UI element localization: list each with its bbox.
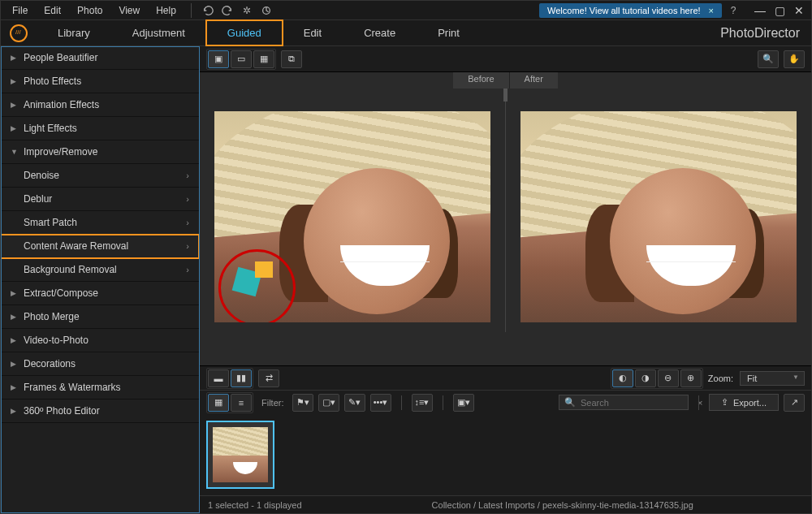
filter-label: Filter: <box>261 398 284 408</box>
tutorial-close-icon[interactable]: × <box>709 6 714 15</box>
tab-after[interactable]: After <box>510 72 558 89</box>
help-icon[interactable]: ? <box>725 2 741 19</box>
tab-adjustment[interactable]: Adjustment <box>111 20 206 45</box>
sidebar-item-extract-compose[interactable]: ▶Extract/Compose <box>1 282 199 305</box>
sidebar-item-animation-effects[interactable]: ▶Animation Effects <box>1 93 199 117</box>
menubar: File Edit Photo View Help ✲ Welcome! Vie… <box>1 1 811 20</box>
compare-mode-4-icon[interactable]: ⊕ <box>680 369 702 387</box>
chevron-right-icon: › <box>186 194 189 204</box>
sidebar-item-video-to-photo[interactable]: ▶Video-to-Photo <box>1 329 199 352</box>
separator <box>443 395 443 410</box>
main-area: ▶People Beautifier ▶Photo Effects ▶Anima… <box>1 46 811 513</box>
tutorial-text: Welcome! View all tutorial videos here! <box>547 6 701 15</box>
layout-single-icon[interactable]: ▬ <box>208 369 229 387</box>
compare-mode-1-icon[interactable]: ◐ <box>612 369 633 387</box>
swap-icon[interactable]: ⇄ <box>258 369 279 387</box>
sidebar-item-photo-merge[interactable]: ▶Photo Merge <box>1 305 199 329</box>
minimize-button[interactable]: — <box>753 4 767 17</box>
main-tabs: Library Adjustment Guided Edit Create Pr… <box>1 20 811 46</box>
sidebar-item-background-removal[interactable]: Background Removal› <box>1 258 199 282</box>
view-single-icon[interactable]: ▣ <box>208 50 229 68</box>
compare-mode-2-icon[interactable]: ◑ <box>635 369 656 387</box>
menu-help[interactable]: Help <box>149 2 183 19</box>
tab-print[interactable]: Print <box>417 20 481 45</box>
search-input[interactable] <box>581 398 693 408</box>
filter-edit-icon[interactable]: ✎▾ <box>344 394 365 412</box>
tutorial-banner[interactable]: Welcome! View all tutorial videos here! … <box>539 3 722 18</box>
filmstrip-toolbar: ▦ ≡ Filter: ⚑▾ ▢▾ ✎▾ •••▾ ↕≡▾ ▣▾ 🔍 × <box>200 390 811 414</box>
tab-create[interactable]: Create <box>343 20 417 45</box>
after-image[interactable] <box>520 111 797 322</box>
tab-guided[interactable]: Guided <box>206 20 283 45</box>
layout-side-by-side-icon[interactable]: ▮▮ <box>231 369 252 387</box>
viewer-bottom-toolbar: ▬ ▮▮ ⇄ ◐ ◑ ⊖ ⊕ Zoom: Fit <box>200 365 811 390</box>
maximize-button[interactable]: ▢ <box>772 4 787 17</box>
sidebar-item-decorations[interactable]: ▶Decorations <box>1 352 199 376</box>
before-image[interactable] <box>214 111 490 322</box>
separator <box>698 395 699 410</box>
view-grid-icon[interactable]: ▦ <box>253 50 274 68</box>
menu-file[interactable]: File <box>6 2 34 19</box>
tab-edit[interactable]: Edit <box>283 20 343 45</box>
redo-icon[interactable] <box>219 2 235 19</box>
sidebar: ▶People Beautifier ▶Photo Effects ▶Anima… <box>1 46 200 513</box>
zoom-label: Zoom: <box>708 374 733 383</box>
filter-label-icon[interactable]: ▢▾ <box>318 394 339 412</box>
view-fit-icon[interactable]: ▭ <box>231 50 252 68</box>
export-icon: ⇪ <box>721 397 728 408</box>
tab-library[interactable]: Library <box>37 20 111 45</box>
separator <box>191 3 192 18</box>
sidebar-item-denoise[interactable]: Denoise› <box>1 164 199 188</box>
window-controls: — ▢ ✕ <box>753 4 806 17</box>
undo-icon[interactable] <box>200 2 216 19</box>
tab-before[interactable]: Before <box>453 72 509 89</box>
zoom-select[interactable]: Fit <box>740 371 805 386</box>
zoom-tool-icon[interactable]: 🔍 <box>758 50 779 68</box>
bell-icon[interactable] <box>258 2 274 19</box>
split-divider[interactable] <box>505 89 506 332</box>
status-bar: 1 selected - 1 displayed Collection / La… <box>200 495 811 513</box>
sidebar-item-frames-watermarks[interactable]: ▶Frames & Watermarks <box>1 376 199 400</box>
sidebar-item-people-beautifier[interactable]: ▶People Beautifier <box>1 46 199 70</box>
app-logo[interactable] <box>1 20 37 45</box>
menu-photo[interactable]: Photo <box>71 2 109 19</box>
sidebar-item-light-effects[interactable]: ▶Light Effects <box>1 117 199 140</box>
status-path: Collection / Latest Imports / pexels-ski… <box>432 500 693 510</box>
thumb-grid-icon[interactable]: ▦ <box>208 394 229 412</box>
sidebar-item-improve-remove[interactable]: ▼Improve/Remove <box>1 140 199 164</box>
image-viewer <box>200 89 811 365</box>
sort-icon[interactable]: ↕≡▾ <box>412 394 433 412</box>
view-mode-group: ▣ ▭ ▦ <box>206 49 276 70</box>
viewer-top-toolbar: ▣ ▭ ▦ ⧉ 🔍 ✋ <box>200 46 811 72</box>
share-button[interactable]: ↗ <box>784 394 805 412</box>
menu-edit[interactable]: Edit <box>37 2 67 19</box>
search-icon: 🔍 <box>564 397 576 408</box>
app-title: PhotoDirector <box>709 20 811 45</box>
filter-flag-icon[interactable]: ⚑▾ <box>292 394 313 412</box>
sidebar-item-360-photo-editor[interactable]: ▶360º Photo Editor <box>1 400 199 423</box>
thumbnail[interactable] <box>206 421 274 489</box>
sidebar-item-smart-patch[interactable]: Smart Patch› <box>1 211 199 235</box>
view-dual-monitor-icon[interactable]: ⧉ <box>281 50 302 68</box>
compare-mode-3-icon[interactable]: ⊖ <box>658 369 679 387</box>
thumb-list-icon[interactable]: ≡ <box>231 394 252 412</box>
thumb-size-group: ▦ ≡ <box>206 392 253 413</box>
compare-mode-group: ◐ ◑ ⊖ ⊕ <box>611 368 703 389</box>
before-after-tabs: Before After <box>200 72 811 89</box>
gear-icon[interactable]: ✲ <box>239 2 255 19</box>
filter-rating-icon[interactable]: •••▾ <box>370 394 391 412</box>
chevron-right-icon: › <box>186 241 189 251</box>
pan-tool-icon[interactable]: ✋ <box>784 50 805 68</box>
filmstrip <box>200 414 811 495</box>
zoom-section: Zoom: Fit <box>708 371 805 386</box>
app-root: File Edit Photo View Help ✲ Welcome! Vie… <box>1 1 811 513</box>
menu-view[interactable]: View <box>112 2 146 19</box>
sidebar-item-deblur[interactable]: Deblur› <box>1 188 199 211</box>
compare-layout-group: ▬ ▮▮ <box>206 368 253 389</box>
sidebar-item-photo-effects[interactable]: ▶Photo Effects <box>1 70 199 93</box>
search-box[interactable]: 🔍 × <box>559 395 689 410</box>
close-button[interactable]: ✕ <box>792 4 806 17</box>
stack-icon[interactable]: ▣▾ <box>453 394 474 412</box>
export-button[interactable]: ⇪ Export... <box>709 394 779 411</box>
sidebar-item-content-aware-removal[interactable]: Content Aware Removal› <box>1 235 199 258</box>
